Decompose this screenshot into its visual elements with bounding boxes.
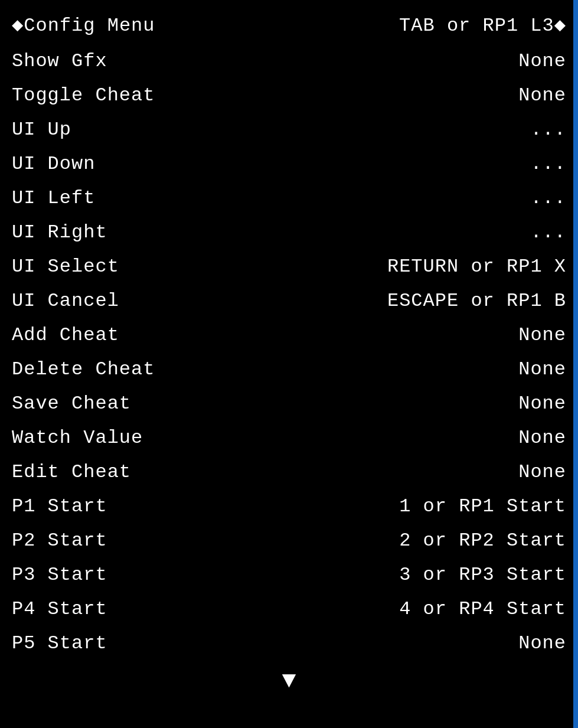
menu-row-ui-left[interactable]: UI Left... (0, 181, 578, 215)
menu-row-label-p5-start: P5 Start (12, 632, 107, 654)
menu-row-p3-start[interactable]: P3 Start3 or RP3 Start (0, 557, 578, 592)
menu-row-p1-start[interactable]: P1 Start1 or RP1 Start (0, 489, 578, 523)
menu-row-value-ui-left: ... (530, 187, 566, 209)
menu-row-value-add-cheat: None (518, 324, 566, 346)
menu-row-ui-down[interactable]: UI Down... (0, 146, 578, 181)
menu-row-value-p4-start: 4 or RP4 Start (399, 598, 566, 620)
menu-row-value-p3-start: 3 or RP3 Start (399, 564, 566, 586)
menu-row-value-ui-right: ... (530, 221, 566, 243)
menu-row-value-toggle-cheat: None (518, 84, 566, 106)
menu-row-label-edit-cheat: Edit Cheat (12, 461, 131, 483)
scroll-down-indicator: ▼ (0, 660, 578, 705)
menu-row-edit-cheat[interactable]: Edit CheatNone (0, 455, 578, 489)
menu-row-label-show-gfx: Show Gfx (12, 50, 107, 72)
menu-row-label-ui-down: UI Down (12, 153, 95, 175)
menu-row-value-p1-start: 1 or RP1 Start (399, 495, 566, 517)
menu-row-label-save-cheat: Save Cheat (12, 393, 131, 414)
menu-container: ◆Config Menu TAB or RP1 L3◆ Show GfxNone… (0, 0, 578, 728)
menu-row-label-ui-select: UI Select (12, 256, 119, 278)
menu-row-delete-cheat[interactable]: Delete CheatNone (0, 352, 578, 386)
menu-row-value-ui-cancel: ESCAPE or RP1 B (387, 290, 566, 312)
menu-row-label-ui-left: UI Left (12, 187, 95, 209)
menu-row-ui-right[interactable]: UI Right... (0, 215, 578, 249)
screen: ◆Config Menu TAB or RP1 L3◆ Show GfxNone… (0, 0, 578, 728)
menu-row-label-ui-right: UI Right (12, 221, 107, 243)
menu-row-label-p2-start: P2 Start (12, 530, 107, 551)
menu-row-watch-value[interactable]: Watch ValueNone (0, 420, 578, 455)
diamond-left-icon: ◆ (12, 15, 24, 37)
menu-row-ui-cancel[interactable]: UI CancelESCAPE or RP1 B (0, 283, 578, 318)
diamond-right-icon: ◆ (554, 15, 566, 37)
menu-row-label-add-cheat: Add Cheat (12, 324, 119, 346)
menu-row-value-edit-cheat: None (518, 461, 566, 483)
menu-row-show-gfx[interactable]: Show GfxNone (0, 44, 578, 78)
menu-row-label-ui-cancel: UI Cancel (12, 290, 119, 312)
menu-row-toggle-cheat[interactable]: Toggle CheatNone (0, 78, 578, 112)
menu-row-label-p4-start: P4 Start (12, 598, 107, 620)
menu-row-label-watch-value: Watch Value (12, 427, 143, 449)
menu-row-ui-up[interactable]: UI Up... (0, 112, 578, 146)
menu-row-value-watch-value: None (518, 427, 566, 449)
menu-header: ◆Config Menu TAB or RP1 L3◆ (0, 6, 578, 44)
menu-row-value-save-cheat: None (518, 393, 566, 414)
right-border-decoration (573, 0, 578, 728)
menu-row-value-ui-select: RETURN or RP1 X (387, 256, 566, 278)
menu-row-save-cheat[interactable]: Save CheatNone (0, 386, 578, 420)
menu-row-label-p3-start: P3 Start (12, 564, 107, 586)
menu-row-p2-start[interactable]: P2 Start2 or RP2 Start (0, 523, 578, 557)
menu-row-p5-start[interactable]: P5 StartNone (0, 626, 578, 660)
menu-row-label-ui-up: UI Up (12, 119, 71, 141)
menu-rows: Show GfxNoneToggle CheatNoneUI Up...UI D… (0, 44, 578, 660)
menu-row-value-delete-cheat: None (518, 358, 566, 380)
menu-shortcut-value: TAB or RP1 L3◆ (399, 13, 566, 37)
menu-row-value-show-gfx: None (518, 50, 566, 72)
menu-row-add-cheat[interactable]: Add CheatNone (0, 318, 578, 352)
menu-row-value-p5-start: None (518, 632, 566, 654)
menu-row-value-ui-down: ... (530, 153, 566, 175)
menu-title-label: ◆Config Menu (12, 13, 155, 37)
menu-row-p4-start[interactable]: P4 Start4 or RP4 Start (0, 592, 578, 626)
menu-row-label-delete-cheat: Delete Cheat (12, 358, 155, 380)
arrow-down-icon: ▼ (282, 670, 296, 693)
menu-row-label-toggle-cheat: Toggle Cheat (12, 84, 155, 106)
menu-row-value-ui-up: ... (530, 119, 566, 141)
menu-row-value-p2-start: 2 or RP2 Start (399, 530, 566, 551)
menu-row-ui-select[interactable]: UI SelectRETURN or RP1 X (0, 249, 578, 283)
menu-row-label-p1-start: P1 Start (12, 495, 107, 517)
